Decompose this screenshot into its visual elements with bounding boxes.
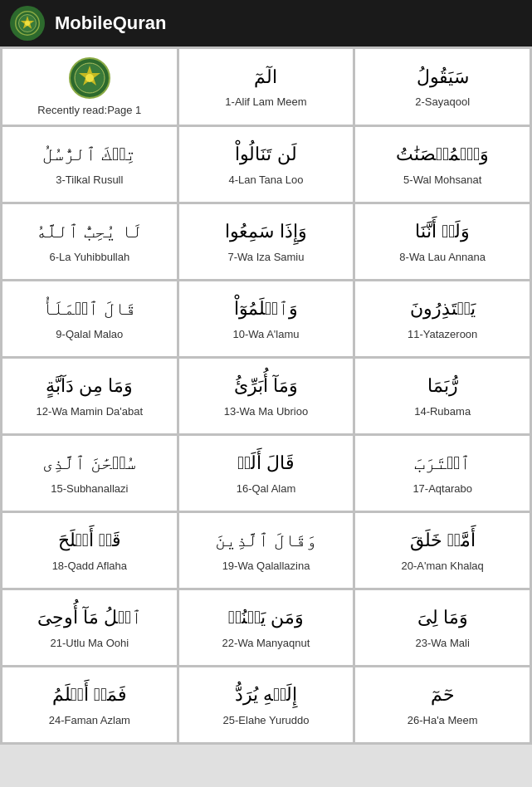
surah-label-2: 2-Sayaqool <box>415 95 470 108</box>
surah-arabic-16: قَالَ أَلَمۡ <box>237 452 295 476</box>
app-title: MobileQuran <box>55 12 166 34</box>
surah-cell-23[interactable]: وَمَا لِىَ23-Wa Mali <box>355 590 530 665</box>
surah-arabic-24: فَمَنۡ أَظۡلَمُ <box>52 683 127 707</box>
surah-label-21: 21-Utlu Ma Oohi <box>51 637 129 649</box>
surah-label-26: 26-Ha'a Meem <box>408 714 478 726</box>
surah-label-15: 15-Subhanallazi <box>51 482 128 495</box>
surah-cell-18[interactable]: قَدۡ أَفۡلَحَ18-Qadd Aflaha <box>2 513 177 588</box>
surah-label-16: 16-Qal Alam <box>237 482 296 495</box>
surah-cell-24[interactable]: فَمَنۡ أَظۡلَمُ24-Faman Azlam <box>2 667 177 742</box>
surah-arabic-23: وَمَا لِىَ <box>417 606 468 630</box>
app-header: MobileQuran <box>0 0 532 46</box>
surah-arabic-13: وَمَآ أُبَرِّئُ <box>234 374 298 398</box>
surah-cell-25[interactable]: إِلَيۡهِ يُرَدُّ25-Elahe Yuruddo <box>179 667 354 742</box>
surah-cell-11[interactable]: يَعۡتَذِرُونَ11-Yatazeroon <box>355 281 530 356</box>
surah-label-5: 5-Wal Mohsanat <box>403 174 481 186</box>
surah-arabic-19: وَقَالَ ٱلَّذِينَ <box>215 529 317 553</box>
surah-label-20: 20-A'man Khalaq <box>402 560 484 572</box>
surah-arabic-3: تِلۡكَ ٱلرُّسُلُ <box>42 143 136 167</box>
recently-read-icon <box>69 57 110 99</box>
surah-label-4: 4-Lan Tana Loo <box>228 174 303 186</box>
surah-label-23: 23-Wa Mali <box>416 637 470 649</box>
surah-arabic-6: لَا يُحِبُّ ٱللَّهُ <box>36 220 143 244</box>
surah-cell-20[interactable]: أَمَّنۡ خَلَقَ20-A'man Khalaq <box>355 513 530 588</box>
surah-arabic-4: لَن تَنَالُواْ <box>235 143 296 167</box>
surah-arabic-2: سَيَقُولُ <box>417 66 469 90</box>
surah-label-8: 8-Wa Lau Annana <box>399 251 486 263</box>
surah-arabic-8: وَلَوۡ أَنَّنَا <box>415 220 470 244</box>
app-logo <box>10 6 45 41</box>
surah-arabic-26: حٓمٓ <box>431 683 455 707</box>
surah-cell-14[interactable]: رُّبَمَا14-Rubama <box>355 359 530 433</box>
surah-cell-19[interactable]: وَقَالَ ٱلَّذِينَ19-Wa Qalallazina <box>179 513 354 588</box>
surah-label-17: 17-Aqtarabo <box>412 482 472 495</box>
surah-arabic-20: أَمَّنۡ خَلَقَ <box>410 529 476 553</box>
surah-label-9: 9-Qalal Malao <box>56 328 123 340</box>
surah-arabic-12: وَمَا مِن دَآبَّةٍ <box>46 374 133 398</box>
surah-cell-5[interactable]: وَٱلۡمُحۡصَنَٰتُ5-Wal Mohsanat <box>355 127 530 202</box>
surah-grid: Recently read:Page 1الٓمٓ1-Alif Lam Meem… <box>0 46 532 745</box>
surah-arabic-7: وَإِذَا سَمِعُوا <box>225 220 306 244</box>
surah-label-1: 1-Alif Lam Meem <box>225 95 306 108</box>
surah-arabic-25: إِلَيۡهِ يُرَدُّ <box>235 683 297 707</box>
surah-label-10: 10-Wa A'lamu <box>232 328 299 340</box>
surah-arabic-17: ٱقۡتَرَبَ <box>414 452 471 476</box>
surah-cell-9[interactable]: قَالَ ٱلۡمَلَأُ9-Qalal Malao <box>2 281 177 356</box>
surah-label-7: 7-Wa Iza Samiu <box>227 251 304 263</box>
surah-cell-10[interactable]: وَٱعۡلَمُوٓاْ10-Wa A'lamu <box>179 281 354 356</box>
surah-label-19: 19-Wa Qalallazina <box>222 560 310 572</box>
surah-cell-26[interactable]: حٓمٓ26-Ha'a Meem <box>355 667 530 742</box>
surah-arabic-18: قَدۡ أَفۡلَحَ <box>58 529 121 553</box>
surah-label-6: 6-La Yuhibbullah <box>50 251 130 263</box>
surah-cell-2[interactable]: سَيَقُولُ2-Sayaqool <box>355 49 530 125</box>
surah-label-25: 25-Elahe Yuruddo <box>223 714 310 726</box>
recently-read-label: Recently read:Page 1 <box>37 104 141 116</box>
surah-cell-12[interactable]: وَمَا مِن دَآبَّةٍ12-Wa Mamin Da'abat <box>2 359 177 433</box>
surah-cell-3[interactable]: تِلۡكَ ٱلرُّسُلُ3-Tilkal Rusull <box>2 127 177 202</box>
surah-arabic-1: الٓمٓ <box>254 66 277 90</box>
surah-cell-recently-read[interactable]: Recently read:Page 1 <box>2 49 177 125</box>
surah-label-11: 11-Yatazeroon <box>408 328 477 340</box>
surah-label-3: 3-Tilkal Rusull <box>56 174 123 186</box>
surah-arabic-9: قَالَ ٱلۡمَلَأُ <box>42 297 136 321</box>
surah-arabic-22: وَمَن يَقۡنُتۡ <box>228 606 304 630</box>
surah-arabic-21: ٱتۡلُ مَآ أُوحِىَ <box>37 606 142 630</box>
surah-cell-7[interactable]: وَإِذَا سَمِعُوا7-Wa Iza Samiu <box>179 204 354 279</box>
surah-arabic-11: يَعۡتَذِرُونَ <box>410 297 476 321</box>
surah-cell-17[interactable]: ٱقۡتَرَبَ17-Aqtarabo <box>355 436 530 511</box>
surah-label-12: 12-Wa Mamin Da'abat <box>37 405 143 418</box>
surah-arabic-14: رُّبَمَا <box>427 374 458 398</box>
surah-arabic-10: وَٱعۡلَمُوٓاْ <box>234 297 298 321</box>
svg-point-3 <box>25 21 30 26</box>
surah-label-18: 18-Qadd Aflaha <box>52 560 127 572</box>
surah-cell-6[interactable]: لَا يُحِبُّ ٱللَّهُ6-La Yuhibbullah <box>2 204 177 279</box>
surah-arabic-15: سُبۡحَٰنَ ٱلَّذِى <box>42 452 136 476</box>
surah-cell-4[interactable]: لَن تَنَالُواْ4-Lan Tana Loo <box>179 127 354 202</box>
surah-label-22: 22-Wa Manyaqnut <box>222 637 310 649</box>
surah-label-13: 13-Wa Ma Ubrioo <box>224 405 308 418</box>
surah-cell-21[interactable]: ٱتۡلُ مَآ أُوحِىَ21-Utlu Ma Oohi <box>2 590 177 665</box>
surah-cell-22[interactable]: وَمَن يَقۡنُتۡ22-Wa Manyaqnut <box>179 590 354 665</box>
svg-point-7 <box>85 74 94 82</box>
surah-cell-13[interactable]: وَمَآ أُبَرِّئُ13-Wa Ma Ubrioo <box>179 359 354 433</box>
surah-arabic-5: وَٱلۡمُحۡصَنَٰتُ <box>396 143 489 167</box>
surah-cell-15[interactable]: سُبۡحَٰنَ ٱلَّذِى15-Subhanallazi <box>2 436 177 511</box>
surah-label-14: 14-Rubama <box>414 405 471 418</box>
surah-cell-1[interactable]: الٓمٓ1-Alif Lam Meem <box>179 49 354 125</box>
surah-label-24: 24-Faman Azlam <box>49 714 130 726</box>
surah-cell-16[interactable]: قَالَ أَلَمۡ16-Qal Alam <box>179 436 354 511</box>
surah-cell-8[interactable]: وَلَوۡ أَنَّنَا8-Wa Lau Annana <box>355 204 530 279</box>
